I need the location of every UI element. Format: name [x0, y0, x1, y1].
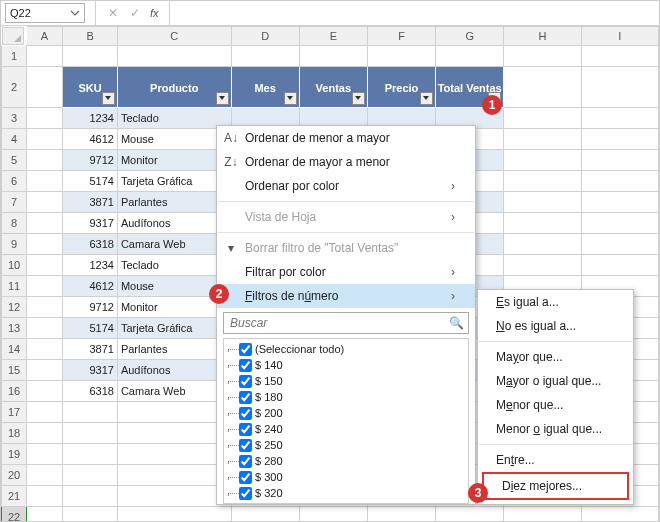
filter-value-checkbox[interactable] [239, 375, 252, 388]
cell-sku[interactable]: 9712 [63, 296, 118, 317]
number-filters-submenu: Es igual a... No es igual a... Mayor que… [477, 289, 634, 505]
sort-by-color-item[interactable]: Ordenar por color› [217, 174, 475, 198]
fx-icon[interactable]: fx [146, 7, 163, 19]
filter-button[interactable] [216, 92, 229, 105]
col-header[interactable]: H [504, 27, 581, 46]
row-header[interactable]: 19 [2, 443, 27, 464]
row-header[interactable]: 12 [2, 296, 27, 317]
row-header[interactable]: 22 [2, 506, 27, 522]
cell-producto[interactable]: Teclado [117, 254, 231, 275]
cell-producto[interactable]: Parlantes [117, 191, 231, 212]
col-header[interactable]: D [231, 27, 299, 46]
cell-producto[interactable]: Camara Web [117, 380, 231, 401]
cell-producto[interactable]: Teclado [117, 107, 231, 128]
cell-sku[interactable]: 4612 [63, 128, 118, 149]
cell-sku[interactable]: 9317 [63, 212, 118, 233]
cell-sku[interactable]: 6318 [63, 233, 118, 254]
filter-value-checkbox[interactable] [239, 423, 252, 436]
filter-values-list[interactable]: (Seleccionar todo) $ 140$ 150$ 180$ 200$… [223, 338, 469, 504]
col-header[interactable]: C [117, 27, 231, 46]
between-item[interactable]: Entre... [478, 448, 633, 472]
row-header[interactable]: 7 [2, 191, 27, 212]
cell-sku[interactable]: 6318 [63, 380, 118, 401]
top-10-item[interactable]: Diez mejores... [484, 474, 627, 498]
cell-producto[interactable]: Mouse [117, 128, 231, 149]
filter-value-checkbox[interactable] [239, 471, 252, 484]
cell-sku[interactable]: 9317 [63, 359, 118, 380]
sort-asc-item[interactable]: A↓Ordenar de menor a mayor [217, 126, 475, 150]
greater-than-item[interactable]: Mayor que... [478, 345, 633, 369]
filter-value-checkbox[interactable] [239, 407, 252, 420]
chevron-down-icon [70, 8, 80, 18]
row-header[interactable]: 8 [2, 212, 27, 233]
filter-value-checkbox[interactable] [239, 391, 252, 404]
sort-desc-item[interactable]: Z↓Ordenar de mayor a menor [217, 150, 475, 174]
cell-producto[interactable]: Tarjeta Gráfica [117, 317, 231, 338]
row-header[interactable]: 17 [2, 401, 27, 422]
row-header[interactable]: 1 [2, 46, 27, 67]
filter-value-checkbox[interactable] [239, 455, 252, 468]
row-header[interactable]: 20 [2, 464, 27, 485]
cell-sku[interactable]: 1234 [63, 107, 118, 128]
filter-value-checkbox[interactable] [239, 359, 252, 372]
less-equal-item[interactable]: Menor o igual que... [478, 417, 633, 441]
confirm-icon: ✓ [124, 6, 146, 20]
equals-item[interactable]: Es igual a... [478, 290, 633, 314]
filter-value-label: $ 180 [255, 391, 283, 403]
row-header[interactable]: 10 [2, 254, 27, 275]
col-header[interactable]: E [299, 27, 367, 46]
filter-button[interactable] [420, 92, 433, 105]
filter-value-label: $ 250 [255, 439, 283, 451]
cell-sku[interactable]: 1234 [63, 254, 118, 275]
row-header[interactable]: 6 [2, 170, 27, 191]
cell-sku[interactable]: 5174 [63, 317, 118, 338]
row-header[interactable]: 5 [2, 149, 27, 170]
cell-producto[interactable]: Tarjeta Gráfica [117, 170, 231, 191]
row-header[interactable]: 2 [2, 66, 27, 107]
name-box[interactable]: Q22 [5, 3, 85, 23]
col-header[interactable]: I [581, 27, 658, 46]
row-header[interactable]: 21 [2, 485, 27, 506]
callout-badge-1: 1 [482, 95, 502, 115]
filter-button[interactable] [352, 92, 365, 105]
row-header[interactable]: 4 [2, 128, 27, 149]
row-header[interactable]: 16 [2, 380, 27, 401]
row-header[interactable]: 14 [2, 338, 27, 359]
row-header[interactable]: 9 [2, 233, 27, 254]
select-all-checkbox[interactable] [239, 343, 252, 356]
col-header[interactable]: A [27, 27, 63, 46]
greater-equal-item[interactable]: Mayor o igual que... [478, 369, 633, 393]
row-header[interactable]: 13 [2, 317, 27, 338]
filter-button[interactable] [102, 92, 115, 105]
cell-sku[interactable]: 3871 [63, 191, 118, 212]
number-filters-item[interactable]: Filtros de número› [217, 284, 475, 308]
cell-sku[interactable]: 4612 [63, 275, 118, 296]
row-header[interactable]: 3 [2, 107, 27, 128]
filter-value-checkbox[interactable] [239, 439, 252, 452]
row-header[interactable]: 11 [2, 275, 27, 296]
filter-by-color-item[interactable]: Filtrar por color› [217, 260, 475, 284]
cell-producto[interactable]: Monitor [117, 149, 231, 170]
row-header[interactable]: 18 [2, 422, 27, 443]
name-box-value: Q22 [10, 7, 31, 19]
not-equals-item[interactable]: No es igual a... [478, 314, 633, 338]
filter-search-box[interactable]: 🔍 [223, 312, 469, 334]
cell-sku[interactable]: 9712 [63, 149, 118, 170]
formula-bar: Q22 ✕ ✓ fx [1, 1, 659, 26]
col-header[interactable]: B [63, 27, 118, 46]
cell-producto[interactable]: Audífonos [117, 212, 231, 233]
cell-sku[interactable]: 5174 [63, 170, 118, 191]
select-all-corner[interactable] [2, 27, 24, 45]
less-than-item[interactable]: Menor que... [478, 393, 633, 417]
filter-button[interactable] [284, 92, 297, 105]
col-header[interactable]: F [367, 27, 435, 46]
cell-sku[interactable]: 3871 [63, 338, 118, 359]
filter-search-input[interactable] [228, 315, 449, 331]
cell-producto[interactable]: Audífonos [117, 359, 231, 380]
col-header[interactable]: G [436, 27, 504, 46]
filter-value-checkbox[interactable] [239, 487, 252, 500]
row-header[interactable]: 15 [2, 359, 27, 380]
cell-producto[interactable]: Parlantes [117, 338, 231, 359]
clear-filter-item: ▾Borrar filtro de "Total Ventas" [217, 236, 475, 260]
cell-producto[interactable]: Camara Web [117, 233, 231, 254]
